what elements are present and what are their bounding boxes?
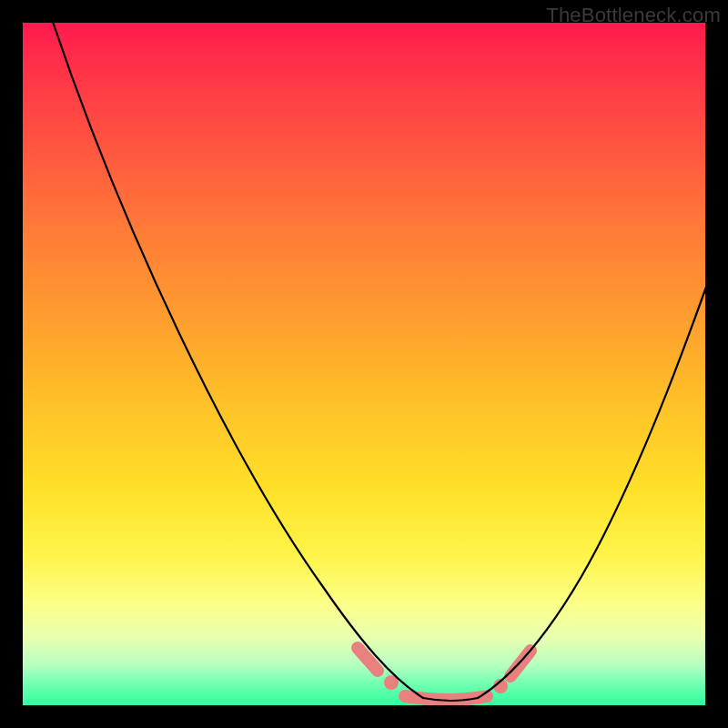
curve-left-branch [50,23,423,698]
chart-frame: TheBottleneck.com [0,0,728,728]
salmon-segment-left [358,648,378,671]
curve-layer [23,23,705,705]
plot-area [23,23,705,705]
salmon-highlight-group [358,648,531,700]
curve-right-branch [478,264,705,698]
